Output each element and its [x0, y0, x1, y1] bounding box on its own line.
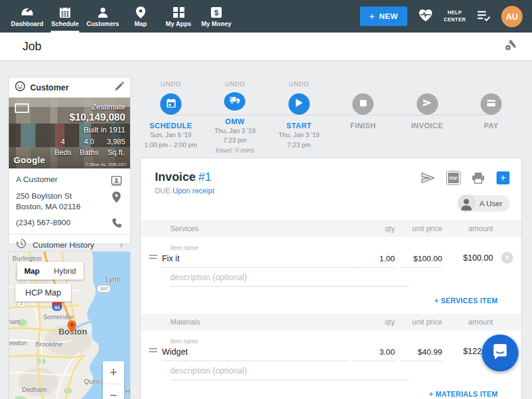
zoom-in-button[interactable]: +	[103, 361, 124, 384]
amount-column-header: amount	[447, 225, 493, 233]
zoom-out-button[interactable]: −	[103, 384, 124, 399]
credit-card-icon	[486, 99, 496, 109]
map-zoom-control: + −	[103, 361, 124, 399]
nav-item-my-money[interactable]: $ My Money	[197, 0, 235, 33]
assignee-avatar-icon	[458, 195, 475, 212]
map-type-hybrid-button[interactable]: Hybrid	[47, 262, 83, 280]
built-year: Built in 1911	[54, 125, 125, 134]
location-pin-icon[interactable]	[110, 191, 123, 203]
schedule-step-button[interactable]	[160, 93, 181, 115]
chat-bubble-icon	[491, 343, 509, 363]
interstate-93-shield: 93	[52, 302, 62, 311]
pdf-icon[interactable]: PDF	[447, 171, 460, 184]
material-item-name-input[interactable]	[162, 345, 350, 361]
customer-face-icon	[15, 81, 25, 94]
finish-step-button[interactable]	[352, 93, 374, 115]
tasks-checklist-icon[interactable]	[476, 9, 491, 24]
qty-column-header: qty	[353, 318, 395, 326]
undo-schedule-button[interactable]: UNDO	[161, 80, 181, 90]
top-navigation: Dashboard Schedule Customers Map My Apps	[0, 0, 532, 33]
help-center-link[interactable]: HELP CENTER	[444, 9, 466, 22]
map-marker-pin[interactable]	[67, 320, 76, 335]
property-photo: Zestimate $10,149,080 Built in 1911 4Bed…	[9, 98, 130, 168]
baths-value: 4.0	[80, 137, 99, 147]
undo-start-button[interactable]: UNDO	[289, 80, 309, 90]
drag-handle[interactable]	[148, 346, 162, 361]
customer-phone-row: (234) 567-8900	[16, 218, 123, 228]
materials-section-header: Materials qty unit price amount	[141, 314, 521, 330]
plus-icon: +	[369, 11, 375, 22]
map-label-newton: Newton	[8, 339, 27, 346]
invoice-step-button[interactable]	[417, 93, 438, 115]
remove-item-icon[interactable]: ✕	[501, 252, 513, 264]
due-value-link[interactable]: Upon receipt	[173, 187, 215, 195]
customer-name-row: A Customer	[16, 174, 123, 186]
add-services-item-link[interactable]: + SERVICES ITEM	[434, 297, 498, 305]
qty-column-header: qty	[353, 225, 395, 233]
service-qty-input[interactable]	[353, 252, 395, 268]
nav-item-dashboard[interactable]: Dashboard	[8, 0, 46, 33]
contact-card-icon[interactable]	[110, 174, 123, 186]
phone-icon[interactable]	[110, 218, 123, 228]
amount-column-header: amount	[447, 318, 493, 326]
materials-item-row: Item name $122.97 + MATERIALS ITEM	[141, 338, 521, 399]
new-button[interactable]: + NEW	[360, 7, 407, 26]
send-invoice-icon[interactable]	[421, 172, 435, 184]
material-qty-input[interactable]	[353, 345, 395, 361]
help-center-line2: CENTER	[444, 17, 466, 23]
nav-item-schedule[interactable]: Schedule	[46, 0, 84, 33]
job-settings-icon[interactable]	[502, 38, 518, 55]
map-type-map-button[interactable]: Map	[17, 262, 47, 280]
customers-icon	[96, 5, 109, 18]
service-description-input[interactable]	[170, 270, 409, 287]
item-name-label: Item name	[170, 338, 513, 345]
add-invoice-icon[interactable]: +	[497, 171, 510, 184]
zillow-copyright: © Zillow, Inc. 2006-2017	[85, 163, 126, 167]
step-label: INVOICE	[411, 122, 443, 130]
undo-omw-button[interactable]: UNDO	[225, 80, 245, 89]
nav-item-my-apps[interactable]: My Apps	[160, 0, 197, 33]
customer-history-label: Customer History	[33, 241, 114, 249]
svg-text:$: $	[214, 8, 219, 17]
start-step-button[interactable]	[288, 93, 310, 115]
content-area: Customer Zestimate $10,149,080 Built in …	[0, 61, 532, 399]
invoice-number[interactable]: #1	[198, 170, 211, 183]
customer-card-title: Customer	[30, 83, 109, 92]
play-icon	[295, 98, 303, 110]
step-start: UNDO START Thu, Jan 3 '197:23 pm	[268, 80, 330, 155]
omw-step-button[interactable]	[224, 92, 245, 111]
service-item-name-input[interactable]	[162, 251, 350, 268]
page-title: Job	[22, 40, 41, 53]
print-icon[interactable]	[472, 172, 485, 184]
service-unit-price-input[interactable]	[400, 252, 442, 268]
nav-item-map[interactable]: Map	[122, 0, 160, 33]
map-label-waltham: ham	[8, 318, 20, 325]
step-label: SCHEDULE	[150, 122, 192, 130]
assignee-chip[interactable]: A User	[458, 195, 510, 212]
nav-label: Map	[135, 20, 147, 27]
map-canvas[interactable]: Burlington Lynn Somerville Boston ham Ne…	[9, 252, 130, 399]
map-label-burlington: Burlington	[12, 255, 42, 262]
money-icon: $	[210, 5, 222, 18]
user-avatar[interactable]: AU	[501, 6, 523, 27]
chat-launcher-button[interactable]	[482, 335, 518, 371]
beds-label: Beds	[54, 147, 72, 158]
services-item-row: Item name $100.00 ✕ + SERVICES ITEM	[141, 245, 521, 314]
map-label-dedham: Dedham	[22, 386, 47, 393]
hcp-map-button[interactable]: HCP Map	[15, 284, 71, 301]
help-center-line1: HELP	[444, 9, 466, 16]
material-unit-price-input[interactable]	[400, 345, 442, 361]
pay-step-button[interactable]	[481, 93, 502, 115]
streetview-frame-icon[interactable]	[15, 103, 29, 113]
map-label-quincy: Quincy	[84, 378, 104, 385]
nav-label: Dashboard	[11, 20, 44, 27]
add-materials-item-link[interactable]: + MATERIALS ITEM	[429, 390, 498, 398]
edit-pencil-icon[interactable]	[114, 82, 124, 94]
material-description-input[interactable]	[170, 364, 409, 380]
services-section-header: Services qty unit price amount	[141, 220, 521, 237]
health-heart-icon[interactable]	[418, 8, 433, 25]
nav-item-customers[interactable]: Customers	[84, 0, 122, 33]
map-label-hingham: Hi	[125, 388, 131, 395]
nav-label: My Apps	[166, 20, 191, 27]
drag-handle[interactable]	[148, 253, 162, 268]
